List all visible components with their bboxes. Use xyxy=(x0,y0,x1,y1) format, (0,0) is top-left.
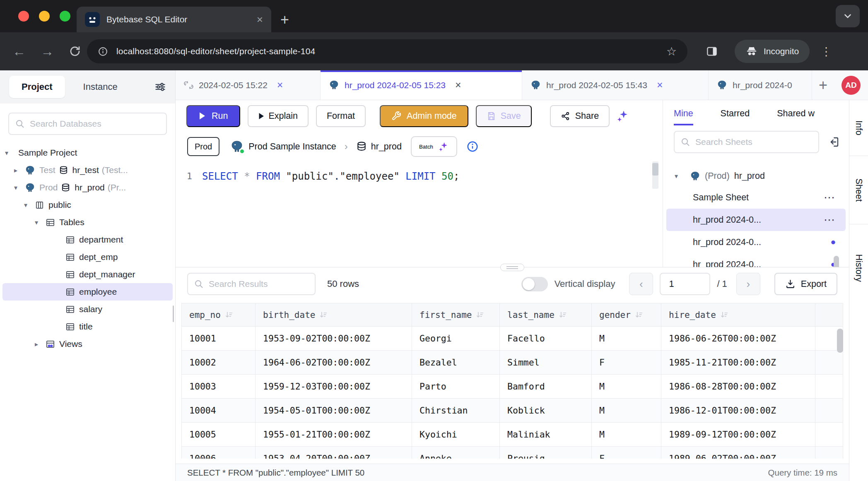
table-row[interactable]: 100041954-05-01T00:00:00ZChirstianKoblic… xyxy=(182,399,843,423)
rail-tab-history[interactable]: History xyxy=(854,254,864,282)
export-button[interactable]: Export xyxy=(774,273,837,295)
new-sheet-button[interactable]: + xyxy=(819,78,827,93)
tree-item-dept_manager[interactable]: dept_manager xyxy=(0,266,175,283)
bookmark-star-icon[interactable]: ☆ xyxy=(666,45,677,58)
tree-item-public[interactable]: ▾public xyxy=(0,196,175,214)
cell-hire_date[interactable]: 1989-09-12T00:00:00Z xyxy=(661,423,815,447)
cell-birth_date[interactable]: 1959-12-03T00:00:00Z xyxy=(256,375,412,399)
format-button[interactable]: Format xyxy=(316,105,366,127)
cell-last_name[interactable]: Preusig xyxy=(500,447,592,459)
page-number-input[interactable] xyxy=(660,273,710,295)
reload-icon[interactable] xyxy=(69,45,81,58)
editor-tab-3[interactable]: hr_prod 2024-0 xyxy=(709,70,812,100)
explain-button[interactable]: Explain xyxy=(248,105,309,127)
rail-tab-info[interactable]: Info xyxy=(854,120,864,135)
save-button[interactable]: Save xyxy=(476,105,532,127)
results-search-input[interactable] xyxy=(209,279,309,289)
browser-tab[interactable]: Bytebase SQL Editor × xyxy=(77,7,271,32)
run-button[interactable]: Run xyxy=(186,105,240,127)
table-row[interactable]: 100051955-01-21T00:00:00ZKyoichiMaliniak… xyxy=(182,423,843,447)
cell-hire_date[interactable]: 1989-06-02T00:00:00Z xyxy=(661,447,815,459)
cell-first_name[interactable]: Anneke xyxy=(412,447,500,459)
cell-gender[interactable]: M xyxy=(592,399,661,423)
cell-birth_date[interactable]: 1953-09-02T00:00:00Z xyxy=(256,327,412,351)
code-line[interactable]: 1 SELECT * FROM "public"."employee" LIMI… xyxy=(176,161,663,185)
column-header-hire_date[interactable]: hire_date xyxy=(661,303,815,327)
site-info-icon[interactable] xyxy=(98,46,108,57)
cell-first_name[interactable]: Chirstian xyxy=(412,399,500,423)
next-page-button[interactable]: › xyxy=(736,273,760,295)
table-row[interactable]: 100011953-09-02T00:00:00ZGeorgiFacelloM1… xyxy=(182,327,843,351)
column-header-emp_no[interactable]: emp_no xyxy=(182,303,256,327)
side-panel-icon[interactable] xyxy=(706,45,718,58)
close-tab-icon[interactable]: × xyxy=(277,80,283,90)
sort-icon[interactable] xyxy=(720,311,728,319)
tree-item-sample-project[interactable]: ▾Sample Project xyxy=(0,144,175,161)
window-controls[interactable] xyxy=(0,0,77,32)
panel-resize-handle[interactable] xyxy=(500,264,524,271)
rail-section-sheet[interactable]: Sheet xyxy=(849,156,868,224)
cell-birth_date[interactable]: 1964-06-02T00:00:00Z xyxy=(256,351,412,375)
sheet-search[interactable] xyxy=(674,131,819,153)
cell-hire_date[interactable]: 1986-06-26T00:00:00Z xyxy=(661,327,815,351)
cell-emp_no[interactable]: 10004 xyxy=(182,399,256,423)
table-row[interactable]: 100061953-04-20T00:00:00ZAnnekePreusigF1… xyxy=(182,447,843,459)
column-header-birth_date[interactable]: birth_date xyxy=(256,303,412,327)
cell-gender[interactable]: M xyxy=(592,327,661,351)
browser-menu-icon[interactable]: ⋮ xyxy=(820,45,832,58)
editor-tab-1[interactable]: hr_prod 2024-02-05 15:23× xyxy=(321,70,522,100)
back-icon[interactable]: ← xyxy=(12,45,26,58)
sort-icon[interactable] xyxy=(559,311,567,319)
column-header-first_name[interactable]: first_name xyxy=(412,303,500,327)
close-tab-icon[interactable]: × xyxy=(657,80,663,90)
sort-icon[interactable] xyxy=(476,311,484,319)
table-scrollbar[interactable] xyxy=(837,329,843,353)
sort-icon[interactable] xyxy=(225,311,233,319)
caret-right-icon[interactable]: ▸ xyxy=(14,166,25,174)
sheet-item-2[interactable]: hr_prod 2024-0...• xyxy=(666,231,846,253)
code-editor[interactable]: 1 SELECT * FROM "public"."employee" LIMI… xyxy=(176,161,663,267)
caret-right-icon[interactable]: ▸ xyxy=(35,340,46,348)
cell-hire_date[interactable]: 1986-12-01T00:00:00Z xyxy=(661,399,815,423)
results-search[interactable] xyxy=(187,273,316,295)
tree-item-hr_test[interactable]: ▸Testhr_test(Test... xyxy=(0,161,175,179)
sheet-item-menu-icon[interactable]: ⋯ xyxy=(824,213,836,226)
editor-tab-0[interactable]: 2024-02-05 15:22× xyxy=(176,70,321,100)
new-tab-button[interactable]: + xyxy=(280,12,289,27)
cell-emp_no[interactable]: 10005 xyxy=(182,423,256,447)
table-row[interactable]: 100031959-12-03T00:00:00ZPartoBamfordM19… xyxy=(182,375,843,399)
import-sheet-icon[interactable] xyxy=(827,136,840,148)
environment-chip[interactable]: Prod xyxy=(187,137,219,156)
sheet-item-menu-icon[interactable]: ⋯ xyxy=(824,191,836,204)
cell-first_name[interactable]: Parto xyxy=(412,375,500,399)
tab-instance[interactable]: Instance xyxy=(83,82,118,92)
address-bar[interactable]: localhost:8080/sql-editor/sheet/project-… xyxy=(87,39,687,63)
sheet-tab-starred[interactable]: Starred xyxy=(721,108,750,124)
cell-birth_date[interactable]: 1955-01-21T00:00:00Z xyxy=(256,423,412,447)
rail-section-info[interactable]: Info xyxy=(849,100,868,156)
tree-item-hr_prod[interactable]: ▾Prodhr_prod(Pr... xyxy=(0,179,175,196)
tree-item-tables[interactable]: ▾Tables xyxy=(0,214,175,231)
window-zoom-button[interactable] xyxy=(60,11,70,22)
cell-emp_no[interactable]: 10002 xyxy=(182,351,256,375)
table-row[interactable]: 100021964-06-02T00:00:00ZBezalelSimmelF1… xyxy=(182,351,843,375)
sort-icon[interactable] xyxy=(635,311,643,319)
batch-button[interactable]: Batch xyxy=(411,136,457,157)
tree-item-salary[interactable]: salary xyxy=(0,301,175,318)
database-search-input[interactable] xyxy=(30,119,160,129)
tree-item-dept_emp[interactable]: dept_emp xyxy=(0,248,175,266)
window-minimize-button[interactable] xyxy=(39,11,50,22)
sheet-search-input[interactable] xyxy=(695,137,813,147)
tree-item-department[interactable]: department xyxy=(0,231,175,248)
sort-icon[interactable] xyxy=(319,311,328,319)
user-avatar[interactable]: AD xyxy=(841,76,861,95)
rail-section-history[interactable]: History xyxy=(849,224,868,311)
window-close-button[interactable] xyxy=(18,11,29,22)
editor-scrollbar[interactable] xyxy=(652,161,658,189)
connection-info-icon[interactable] xyxy=(466,140,479,153)
caret-down-icon[interactable]: ▾ xyxy=(5,149,16,157)
database-search[interactable] xyxy=(8,113,167,135)
cell-gender[interactable]: F xyxy=(592,351,661,375)
browser-tab-close-icon[interactable]: × xyxy=(257,14,263,25)
close-tab-icon[interactable]: × xyxy=(455,80,461,90)
